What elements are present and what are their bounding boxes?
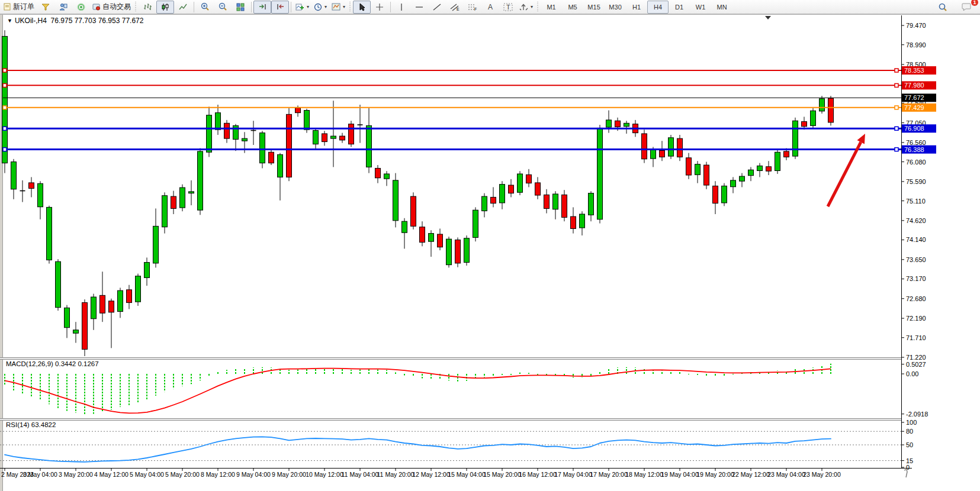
svg-text:19 May 20:00: 19 May 20:00 xyxy=(696,471,734,478)
macd-name: MACD(12,26,9) xyxy=(6,360,53,367)
dropdown-caret-icon: ▾ xyxy=(343,4,345,9)
svg-text:0.5027: 0.5027 xyxy=(906,361,926,368)
new-order-label: 新订单 xyxy=(13,2,34,12)
svg-text:-2.0918: -2.0918 xyxy=(906,411,928,418)
svg-text:22 May 12:00: 22 May 12:00 xyxy=(732,471,770,478)
svg-text:50: 50 xyxy=(906,441,913,448)
toolbar-separator xyxy=(390,2,391,12)
svg-text:11 May 20:00: 11 May 20:00 xyxy=(377,471,415,478)
line-chart-icon xyxy=(179,3,187,11)
signals-icon xyxy=(77,3,85,11)
svg-text:77.429: 77.429 xyxy=(904,104,924,111)
tf-button-MN[interactable]: MN xyxy=(711,1,732,14)
candlestick-chart-button[interactable] xyxy=(156,1,174,14)
notification-badge: 1 xyxy=(971,0,978,6)
bar-chart-button[interactable] xyxy=(139,1,156,14)
svg-text:3 May 04:00: 3 May 04:00 xyxy=(23,471,57,478)
cursor-button[interactable] xyxy=(353,1,371,14)
horizontal-line-icon xyxy=(415,4,423,10)
signals-button[interactable] xyxy=(72,1,90,14)
svg-text:18 May 12:00: 18 May 12:00 xyxy=(625,471,663,478)
tf-button-W1[interactable]: W1 xyxy=(690,1,711,14)
tile-windows-icon xyxy=(236,3,245,11)
svg-text:5 May 04:00: 5 May 04:00 xyxy=(130,471,164,478)
fibonacci-icon: F xyxy=(468,3,477,11)
svg-text:17 May 04:00: 17 May 04:00 xyxy=(554,471,592,478)
svg-text:76.388: 76.388 xyxy=(904,146,924,153)
tf-button-H1[interactable]: H1 xyxy=(626,1,647,14)
crosshair-icon xyxy=(375,3,384,11)
dropdown-caret-icon: ▾ xyxy=(307,4,309,9)
svg-text:11 May 04:00: 11 May 04:00 xyxy=(342,471,379,478)
svg-text:75.110: 75.110 xyxy=(906,198,926,205)
tf-button-M15[interactable]: M15 xyxy=(583,1,605,14)
autotrade-icon xyxy=(92,3,101,11)
fibonacci-button[interactable]: F xyxy=(464,1,481,14)
chart-shift-icon xyxy=(276,3,285,11)
svg-text:78.353: 78.353 xyxy=(904,67,924,74)
svg-text:A: A xyxy=(488,3,493,11)
profile-button[interactable] xyxy=(54,1,72,14)
zoom-in-icon xyxy=(201,2,210,11)
cursor-icon xyxy=(358,3,366,11)
notifications-button[interactable]: 1 xyxy=(957,1,975,14)
svg-text:0.00: 0.00 xyxy=(906,370,918,377)
svg-text:74.620: 74.620 xyxy=(906,217,926,224)
search-button[interactable] xyxy=(934,1,952,14)
new-order-icon xyxy=(4,3,11,11)
svg-text:78.990: 78.990 xyxy=(906,41,926,49)
svg-text:15 May 04:00: 15 May 04:00 xyxy=(448,471,486,478)
shapes-icon xyxy=(519,3,528,11)
trendline-button[interactable] xyxy=(428,1,446,14)
svg-text:73.170: 73.170 xyxy=(906,275,926,282)
text-label-button[interactable]: T xyxy=(499,1,517,14)
templates-icon xyxy=(332,3,340,11)
tf-button-M1[interactable]: M1 xyxy=(541,1,562,14)
indicators-button[interactable]: ▾ xyxy=(293,1,311,14)
toolbar-grip xyxy=(349,2,352,12)
shapes-button[interactable]: ▾ xyxy=(517,1,535,14)
chart-shift-button[interactable] xyxy=(271,1,289,14)
auto-trading-button[interactable]: 自动交易 xyxy=(90,1,133,14)
svg-text:71.220: 71.220 xyxy=(906,354,926,361)
search-icon xyxy=(938,2,947,12)
bar-chart-icon xyxy=(143,3,152,11)
svg-text:15: 15 xyxy=(906,457,913,464)
vertical-line-button[interactable] xyxy=(393,1,410,14)
periods-icon xyxy=(314,3,322,11)
tf-button-M5[interactable]: M5 xyxy=(562,1,583,14)
zoom-in-button[interactable] xyxy=(196,1,214,14)
svg-text:79.470: 79.470 xyxy=(906,22,926,29)
periods-button[interactable]: ▾ xyxy=(311,1,329,14)
svg-text:73.650: 73.650 xyxy=(906,256,926,263)
toolbar-right-cluster: 1 xyxy=(934,1,975,14)
svg-text:19 May 04:00: 19 May 04:00 xyxy=(661,471,699,478)
vertical-line-icon xyxy=(399,3,404,11)
tf-button-D1[interactable]: D1 xyxy=(669,1,690,14)
svg-text:72.680: 72.680 xyxy=(906,295,926,302)
chart-title: ▼UKOil-,H4 76.975 77.703 76.953 77.672 xyxy=(7,17,143,25)
text-button[interactable]: A xyxy=(481,1,499,14)
templates-button[interactable]: ▾ xyxy=(329,1,348,14)
svg-text:10 May 12:00: 10 May 12:00 xyxy=(306,471,343,478)
chart-canvas[interactable]: 79.47078.99078.50078.01077.54077.05076.5… xyxy=(0,0,980,491)
tf-button-M30[interactable]: M30 xyxy=(605,1,626,14)
new-order-button[interactable]: 新订单 xyxy=(1,1,37,14)
svg-text:9 May 04:00: 9 May 04:00 xyxy=(236,471,271,478)
svg-text:T: T xyxy=(506,4,510,11)
channel-icon: E xyxy=(450,3,460,11)
text-label-icon: T xyxy=(503,3,513,11)
chart-collapse-icon[interactable]: ▼ xyxy=(7,18,12,24)
macd-values: 0.3442 0.1267 xyxy=(55,360,99,367)
tf-button-H4[interactable]: H4 xyxy=(647,1,669,14)
channel-button[interactable]: E xyxy=(446,1,464,14)
tile-windows-button[interactable] xyxy=(232,1,249,14)
horizontal-line-button[interactable] xyxy=(410,1,428,14)
favorites-button[interactable] xyxy=(37,1,54,14)
crosshair-button[interactable] xyxy=(371,1,388,14)
trendline-icon xyxy=(433,3,441,11)
auto-scroll-button[interactable] xyxy=(253,1,271,14)
zoom-out-button[interactable] xyxy=(214,1,232,14)
line-chart-button[interactable] xyxy=(174,1,192,14)
auto-scroll-icon xyxy=(258,3,267,11)
